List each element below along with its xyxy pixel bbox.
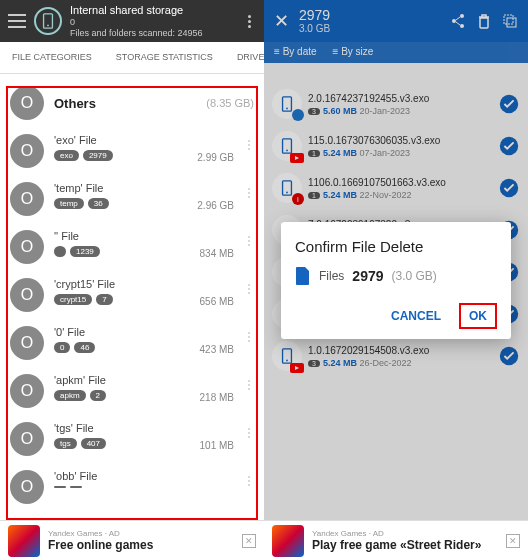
file-chip: 7 <box>96 294 112 305</box>
ad-thumb <box>272 525 304 557</box>
file-list: O Others (8.35 GB) O'exo' Fileexo29792.9… <box>0 74 264 512</box>
file-avatar: O <box>10 470 44 504</box>
dialog-count: 2979 <box>352 268 383 284</box>
file-chip: exo <box>54 150 79 161</box>
file-chip: 0 <box>54 342 70 353</box>
right-panel: ✕ 2979 3.0 GB By date By size 2.0.167423… <box>264 0 528 560</box>
file-chip: temp <box>54 198 84 209</box>
file-chip: crypt15 <box>54 294 92 305</box>
ad-close-icon[interactable]: ✕ <box>242 534 256 548</box>
left-panel: Internal shared storage 0 Files and fold… <box>0 0 264 560</box>
file-chip: 36 <box>88 198 109 209</box>
tab-file-categories[interactable]: FILE CATEGORIES <box>0 42 104 73</box>
file-name: '' File <box>54 230 176 242</box>
file-name: 'exo' File <box>54 134 176 146</box>
file-avatar: O <box>10 182 44 216</box>
dialog-title: Confirm File Delete <box>295 238 497 255</box>
file-name: 'temp' File <box>54 182 176 194</box>
ad-title: Free online games <box>48 538 234 552</box>
row-menu-icon[interactable] <box>244 182 254 198</box>
storage-title: Internal shared storage <box>70 4 234 17</box>
file-avatar: O <box>10 326 44 360</box>
left-header: Internal shared storage 0 Files and fold… <box>0 0 264 42</box>
file-size: 2.99 GB <box>186 134 234 163</box>
file-avatar: O <box>10 422 44 456</box>
group-row-others[interactable]: O Others (8.35 GB) <box>8 78 256 128</box>
row-menu-icon[interactable] <box>244 134 254 150</box>
row-menu-icon[interactable] <box>244 422 254 438</box>
file-chip: 2979 <box>83 150 113 161</box>
file-chip: tgs <box>54 438 77 449</box>
file-icon <box>295 267 311 285</box>
menu-icon[interactable] <box>8 14 26 28</box>
file-name: 'crypt15' File <box>54 278 176 290</box>
file-name: 'tgs' File <box>54 422 176 434</box>
tab-bar: FILE CATEGORIES STORAGE STATISTICS DRIVE… <box>0 42 264 74</box>
file-row[interactable]: O'tgs' Filetgs407101 MB <box>8 416 256 464</box>
ad-bar-right[interactable]: Yandex Games · AD Play free game «Street… <box>264 520 528 560</box>
tab-storage-statistics[interactable]: STORAGE STATISTICS <box>104 42 225 73</box>
file-row[interactable]: O'apkm' Fileapkm2218 MB <box>8 368 256 416</box>
file-avatar: O <box>10 230 44 264</box>
file-avatar: O <box>10 278 44 312</box>
storage-icon <box>34 7 62 35</box>
file-row[interactable]: O'obb' File <box>8 464 256 512</box>
overflow-menu-icon[interactable] <box>242 15 256 28</box>
row-menu-icon[interactable] <box>244 374 254 390</box>
file-chip <box>54 246 66 257</box>
file-chip <box>70 486 82 488</box>
file-chip: 1239 <box>70 246 100 257</box>
dialog-files-label: Files <box>319 269 344 283</box>
ad-source: Yandex Games · AD <box>48 529 234 538</box>
file-chip: apkm <box>54 390 86 401</box>
storage-scanned: Files and folders scanned: 24956 <box>70 28 234 39</box>
tab-drive-usage[interactable]: DRIVE US <box>225 42 264 73</box>
dialog-scrim: Confirm File Delete Files 2979 (3.0 GB) … <box>264 0 528 560</box>
ad-source: Yandex Games · AD <box>312 529 498 538</box>
file-size: 101 MB <box>186 422 234 451</box>
file-row[interactable]: O'crypt15' Filecrypt157656 MB <box>8 272 256 320</box>
file-size: 423 MB <box>186 326 234 355</box>
row-menu-icon[interactable] <box>244 230 254 246</box>
file-row[interactable]: O'' File1239834 MB <box>8 224 256 272</box>
group-avatar: O <box>10 86 44 120</box>
row-menu-icon[interactable] <box>244 278 254 294</box>
confirm-delete-dialog: Confirm File Delete Files 2979 (3.0 GB) … <box>281 222 511 339</box>
file-name: 'apkm' File <box>54 374 176 386</box>
row-menu-icon[interactable] <box>244 470 254 486</box>
file-size: 218 MB <box>186 374 234 403</box>
row-menu-icon[interactable] <box>244 326 254 342</box>
file-size: 656 MB <box>186 278 234 307</box>
dialog-size: (3.0 GB) <box>392 269 437 283</box>
ad-title: Play free game «Street Rider» <box>312 538 498 552</box>
file-size: 2.96 GB <box>186 182 234 211</box>
file-row[interactable]: O'0' File046423 MB <box>8 320 256 368</box>
header-text: Internal shared storage 0 Files and fold… <box>70 4 234 39</box>
ok-button[interactable]: OK <box>459 303 497 329</box>
cancel-button[interactable]: CANCEL <box>381 303 451 329</box>
file-chip: 407 <box>81 438 106 449</box>
file-row[interactable]: O'exo' Fileexo29792.99 GB <box>8 128 256 176</box>
file-row[interactable]: O'temp' Filetemp362.96 GB <box>8 176 256 224</box>
ad-close-icon[interactable]: ✕ <box>506 534 520 548</box>
file-name: '0' File <box>54 326 176 338</box>
group-name: Others <box>54 96 196 111</box>
ad-bar-left[interactable]: Yandex Games · AD Free online games ✕ <box>0 520 264 560</box>
ad-thumb <box>8 525 40 557</box>
group-size: (8.35 GB) <box>206 97 254 109</box>
file-size: 834 MB <box>186 230 234 259</box>
file-name: 'obb' File <box>54 470 176 482</box>
dialog-body: Files 2979 (3.0 GB) <box>295 267 497 285</box>
file-chip <box>54 486 66 488</box>
storage-count: 0 <box>70 17 234 28</box>
file-chip: 2 <box>90 390 106 401</box>
file-avatar: O <box>10 374 44 408</box>
svg-point-1 <box>47 25 49 27</box>
file-avatar: O <box>10 134 44 168</box>
file-chip: 46 <box>74 342 95 353</box>
file-size <box>186 470 234 488</box>
